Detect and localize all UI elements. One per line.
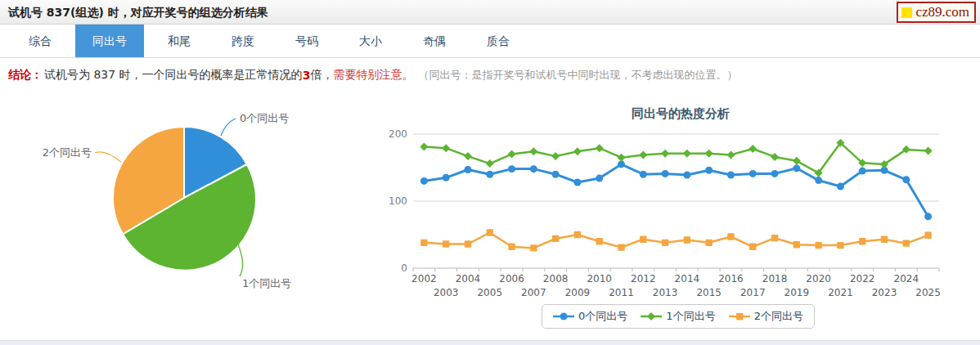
legend-marker-circle-icon (553, 311, 574, 321)
x-axis-label-2020: 2020 (806, 273, 831, 285)
x-axis-label-2012: 2012 (631, 273, 656, 285)
x-axis-label-2014: 2014 (675, 273, 700, 285)
legend-label-2: 2个同出号 (754, 309, 803, 324)
tab-4[interactable]: 号码 (278, 25, 335, 57)
x-axis-label-2006: 2006 (499, 273, 524, 285)
conclusion-warning: 需要特别注意。 (333, 68, 413, 83)
x-axis-label-2023: 2023 (872, 287, 897, 298)
x-axis-label-2004: 2004 (456, 273, 481, 285)
tab-bar: 综合同出号和尾跨度号码大小奇偶质合 (0, 25, 980, 58)
x-axis-label-2017: 2017 (740, 287, 766, 298)
pie-label-1: 1个同出号 (242, 277, 291, 289)
series-2 (420, 229, 932, 251)
page: 试机号 837(组选) 时，对应开奖号的组选分析结果 cz89.com 综合同出… (0, 0, 980, 345)
x-axis-label-2013: 2013 (653, 287, 678, 298)
y-axis-tick-0: 0 (401, 262, 407, 274)
tab-0[interactable]: 综合 (11, 25, 69, 57)
x-axis-label-2010: 2010 (587, 273, 612, 285)
x-axis-label-2021: 2021 (828, 287, 853, 298)
conclusion-note: （同出号：是指开奖号和试机号中同时出现，不考虑出现的位置。） (418, 68, 737, 83)
legend-label-0: 0个同出号 (578, 309, 627, 324)
legend-marker-square-icon (729, 311, 750, 321)
title-bar: 试机号 837(组选) 时，对应开奖号的组选分析结果 cz89.com (0, 0, 980, 25)
conclusion-text-before: 试机号为 837 时，一个同出号的概率是正常情况的 (44, 68, 303, 83)
legend-label-1: 1个同出号 (666, 309, 715, 324)
x-axis-label-2002: 2002 (411, 273, 437, 285)
x-axis-label-2016: 2016 (718, 273, 744, 285)
line-chart: 同出号的热度分析 0100200200220032004200520062007… (376, 92, 980, 342)
legend-item-0[interactable]: 0个同出号 (553, 309, 627, 324)
x-axis-label-2024: 2024 (894, 273, 919, 285)
logo-text: cz89.com (915, 4, 969, 20)
x-axis-label-2007: 2007 (521, 287, 546, 298)
tab-7[interactable]: 质合 (470, 25, 527, 57)
conclusion-line: 结论： 试机号为 837 时，一个同出号的概率是正常情况的 3 倍， 需要特别注… (0, 60, 980, 90)
pie-label-connector-2 (95, 152, 121, 162)
page-title: 试机号 837(组选) 时，对应开奖号的组选分析结果 (0, 0, 980, 25)
x-axis-label-2018: 2018 (762, 273, 788, 285)
y-axis-tick-100: 100 (389, 195, 407, 207)
x-axis-label-2003: 2003 (434, 287, 459, 298)
tab-3[interactable]: 跨度 (214, 25, 272, 57)
pie-label-connector-1 (238, 244, 243, 276)
pie-label-0: 0个同出号 (240, 112, 289, 124)
pie-chart-svg: 0个同出号1个同出号2个同出号 (0, 92, 376, 337)
x-axis-label-2015: 2015 (696, 287, 722, 298)
series-0 (420, 160, 932, 220)
conclusion-multiplier: 3 (303, 69, 311, 82)
legend-item-2[interactable]: 2个同出号 (729, 309, 803, 324)
tab-6[interactable]: 奇偶 (406, 25, 463, 57)
conclusion-text-mid: 倍， (310, 68, 333, 83)
tab-2[interactable]: 和尾 (151, 25, 208, 57)
y-axis-tick-200: 200 (389, 128, 407, 140)
x-axis-label-2011: 2011 (609, 287, 634, 298)
pie-chart: 0个同出号1个同出号2个同出号 (0, 92, 376, 337)
tab-5[interactable]: 大小 (342, 25, 399, 57)
x-axis-label-2019: 2019 (784, 287, 810, 298)
line-chart-svg: 同出号的热度分析 0100200200220032004200520062007… (376, 92, 980, 302)
site-logo[interactable]: cz89.com (897, 2, 976, 23)
bottom-divider (0, 340, 980, 345)
pie-label-connector-0 (221, 119, 236, 136)
tab-1[interactable]: 同出号 (75, 25, 144, 57)
charts-area: 0个同出号1个同出号2个同出号 同出号的热度分析 010020020022003… (0, 92, 980, 342)
x-axis-label-2009: 2009 (565, 287, 591, 298)
legend-item-1[interactable]: 1个同出号 (641, 309, 715, 324)
series-1 (420, 139, 932, 177)
chart-legend: 0个同出号1个同出号2个同出号 (542, 304, 815, 329)
x-axis-label-2022: 2022 (850, 273, 875, 285)
pie-label-2: 2个同出号 (43, 146, 92, 159)
line-chart-title: 同出号的热度分析 (632, 106, 730, 121)
conclusion-label: 结论： (8, 68, 43, 83)
legend-marker-diamond-icon (641, 311, 662, 321)
x-axis-label-2005: 2005 (477, 287, 502, 298)
logo-yellow-square-icon (901, 7, 912, 18)
x-axis-label-2025: 2025 (915, 287, 941, 298)
x-axis-label-2008: 2008 (543, 273, 569, 285)
